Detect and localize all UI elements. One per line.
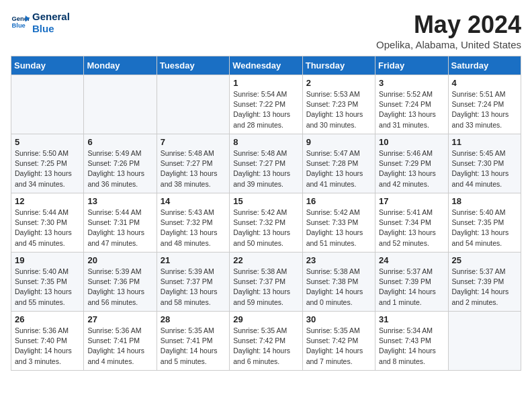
calendar-cell: 5Sunrise: 5:50 AM Sunset: 7:25 PM Daylig…: [11, 134, 84, 193]
day-detail: Sunrise: 5:49 AM Sunset: 7:26 PM Dayligh…: [87, 148, 152, 189]
column-header-wednesday: Wednesday: [230, 56, 302, 75]
day-number: 2: [306, 78, 371, 88]
calendar-cell: 18Sunrise: 5:40 AM Sunset: 7:35 PM Dayli…: [448, 193, 521, 253]
calendar-cell: 9Sunrise: 5:47 AM Sunset: 7:28 PM Daylig…: [302, 134, 375, 193]
day-number: 12: [15, 196, 80, 206]
day-detail: Sunrise: 5:44 AM Sunset: 7:30 PM Dayligh…: [15, 208, 80, 248]
day-number: 3: [379, 78, 444, 88]
day-number: 28: [161, 314, 226, 324]
day-number: 27: [87, 314, 152, 324]
day-number: 10: [379, 137, 444, 147]
calendar-cell: 13Sunrise: 5:44 AM Sunset: 7:31 PM Dayli…: [84, 193, 157, 253]
logo: General Blue General Blue: [11, 11, 70, 35]
day-number: 16: [306, 196, 371, 206]
calendar-cell: 15Sunrise: 5:42 AM Sunset: 7:32 PM Dayli…: [230, 193, 302, 253]
day-detail: Sunrise: 5:48 AM Sunset: 7:27 PM Dayligh…: [233, 148, 298, 189]
calendar-cell: 22Sunrise: 5:38 AM Sunset: 7:37 PM Dayli…: [230, 253, 302, 312]
calendar-cell: 12Sunrise: 5:44 AM Sunset: 7:30 PM Dayli…: [11, 193, 84, 253]
day-detail: Sunrise: 5:44 AM Sunset: 7:31 PM Dayligh…: [87, 208, 152, 248]
day-number: 15: [233, 196, 298, 206]
calendar-cell: [84, 75, 157, 134]
calendar-cell: 4Sunrise: 5:51 AM Sunset: 7:24 PM Daylig…: [448, 75, 521, 134]
day-number: 26: [15, 314, 80, 324]
day-number: 14: [161, 196, 226, 206]
day-number: 5: [15, 137, 80, 147]
day-number: 22: [233, 255, 298, 265]
header: General Blue General Blue May 2024 Opeli…: [11, 11, 521, 50]
calendar-cell: 24Sunrise: 5:37 AM Sunset: 7:39 PM Dayli…: [375, 253, 448, 312]
calendar-cell: 3Sunrise: 5:52 AM Sunset: 7:24 PM Daylig…: [375, 75, 448, 134]
day-number: 19: [15, 255, 80, 265]
calendar-cell: 6Sunrise: 5:49 AM Sunset: 7:26 PM Daylig…: [84, 134, 157, 193]
calendar-cell: 16Sunrise: 5:42 AM Sunset: 7:33 PM Dayli…: [302, 193, 375, 253]
day-detail: Sunrise: 5:50 AM Sunset: 7:25 PM Dayligh…: [15, 148, 80, 189]
day-detail: Sunrise: 5:40 AM Sunset: 7:35 PM Dayligh…: [15, 267, 80, 308]
day-detail: Sunrise: 5:35 AM Sunset: 7:42 PM Dayligh…: [233, 326, 298, 367]
calendar-cell: 11Sunrise: 5:45 AM Sunset: 7:30 PM Dayli…: [448, 134, 521, 193]
calendar-cell: 21Sunrise: 5:39 AM Sunset: 7:37 PM Dayli…: [157, 253, 229, 312]
day-detail: Sunrise: 5:41 AM Sunset: 7:34 PM Dayligh…: [379, 208, 444, 248]
logo-text-blue: Blue: [32, 23, 70, 35]
day-detail: Sunrise: 5:37 AM Sunset: 7:39 PM Dayligh…: [452, 267, 517, 308]
calendar-cell: 7Sunrise: 5:48 AM Sunset: 7:27 PM Daylig…: [157, 134, 229, 193]
column-header-monday: Monday: [84, 56, 157, 75]
day-detail: Sunrise: 5:39 AM Sunset: 7:36 PM Dayligh…: [87, 267, 152, 308]
day-number: 4: [452, 78, 517, 88]
day-number: 13: [87, 196, 152, 206]
day-number: 25: [452, 255, 517, 265]
day-detail: Sunrise: 5:35 AM Sunset: 7:41 PM Dayligh…: [161, 326, 226, 367]
column-header-friday: Friday: [375, 56, 448, 75]
column-header-tuesday: Tuesday: [157, 56, 229, 75]
day-detail: Sunrise: 5:46 AM Sunset: 7:29 PM Dayligh…: [379, 148, 444, 189]
column-header-thursday: Thursday: [302, 56, 375, 75]
day-detail: Sunrise: 5:36 AM Sunset: 7:40 PM Dayligh…: [15, 326, 80, 367]
calendar-cell: 26Sunrise: 5:36 AM Sunset: 7:40 PM Dayli…: [11, 312, 84, 371]
logo-icon: General Blue: [11, 13, 30, 32]
calendar-cell: [157, 75, 229, 134]
calendar-cell: 29Sunrise: 5:35 AM Sunset: 7:42 PM Dayli…: [230, 312, 302, 371]
day-detail: Sunrise: 5:34 AM Sunset: 7:43 PM Dayligh…: [379, 326, 444, 367]
calendar-cell: [448, 312, 521, 371]
day-detail: Sunrise: 5:51 AM Sunset: 7:24 PM Dayligh…: [452, 89, 517, 130]
calendar-cell: 17Sunrise: 5:41 AM Sunset: 7:34 PM Dayli…: [375, 193, 448, 253]
day-number: 7: [161, 137, 226, 147]
day-detail: Sunrise: 5:53 AM Sunset: 7:23 PM Dayligh…: [306, 89, 371, 130]
calendar-week-row: 5Sunrise: 5:50 AM Sunset: 7:25 PM Daylig…: [11, 134, 521, 193]
day-detail: Sunrise: 5:37 AM Sunset: 7:39 PM Dayligh…: [379, 267, 444, 308]
day-detail: Sunrise: 5:43 AM Sunset: 7:32 PM Dayligh…: [161, 208, 226, 248]
page-subtitle: Opelika, Alabama, United States: [376, 39, 521, 50]
day-detail: Sunrise: 5:54 AM Sunset: 7:22 PM Dayligh…: [233, 89, 298, 130]
day-number: 11: [452, 137, 517, 147]
day-number: 29: [233, 314, 298, 324]
calendar-cell: 23Sunrise: 5:38 AM Sunset: 7:38 PM Dayli…: [302, 253, 375, 312]
day-detail: Sunrise: 5:52 AM Sunset: 7:24 PM Dayligh…: [379, 89, 444, 130]
day-number: 23: [306, 255, 371, 265]
calendar-cell: 25Sunrise: 5:37 AM Sunset: 7:39 PM Dayli…: [448, 253, 521, 312]
calendar-cell: 30Sunrise: 5:35 AM Sunset: 7:42 PM Dayli…: [302, 312, 375, 371]
calendar-cell: 1Sunrise: 5:54 AM Sunset: 7:22 PM Daylig…: [230, 75, 302, 134]
day-detail: Sunrise: 5:42 AM Sunset: 7:33 PM Dayligh…: [306, 208, 371, 248]
day-detail: Sunrise: 5:38 AM Sunset: 7:38 PM Dayligh…: [306, 267, 371, 308]
day-number: 18: [452, 196, 517, 206]
day-detail: Sunrise: 5:38 AM Sunset: 7:37 PM Dayligh…: [233, 267, 298, 308]
day-detail: Sunrise: 5:35 AM Sunset: 7:42 PM Dayligh…: [306, 326, 371, 367]
day-number: 21: [161, 255, 226, 265]
calendar-cell: 19Sunrise: 5:40 AM Sunset: 7:35 PM Dayli…: [11, 253, 84, 312]
column-header-sunday: Sunday: [11, 56, 84, 75]
calendar-cell: 2Sunrise: 5:53 AM Sunset: 7:23 PM Daylig…: [302, 75, 375, 134]
calendar-cell: 10Sunrise: 5:46 AM Sunset: 7:29 PM Dayli…: [375, 134, 448, 193]
logo-text-general: General: [32, 11, 70, 23]
calendar-week-row: 19Sunrise: 5:40 AM Sunset: 7:35 PM Dayli…: [11, 253, 521, 312]
day-detail: Sunrise: 5:45 AM Sunset: 7:30 PM Dayligh…: [452, 148, 517, 189]
calendar-cell: 27Sunrise: 5:36 AM Sunset: 7:41 PM Dayli…: [84, 312, 157, 371]
calendar-header-row: SundayMondayTuesdayWednesdayThursdayFrid…: [11, 56, 521, 75]
day-detail: Sunrise: 5:47 AM Sunset: 7:28 PM Dayligh…: [306, 148, 371, 189]
day-number: 17: [379, 196, 444, 206]
calendar-cell: 8Sunrise: 5:48 AM Sunset: 7:27 PM Daylig…: [230, 134, 302, 193]
page-title: May 2024: [376, 11, 521, 39]
day-detail: Sunrise: 5:42 AM Sunset: 7:32 PM Dayligh…: [233, 208, 298, 248]
column-header-saturday: Saturday: [448, 56, 521, 75]
day-number: 8: [233, 137, 298, 147]
day-number: 31: [379, 314, 444, 324]
calendar-week-row: 12Sunrise: 5:44 AM Sunset: 7:30 PM Dayli…: [11, 193, 521, 253]
